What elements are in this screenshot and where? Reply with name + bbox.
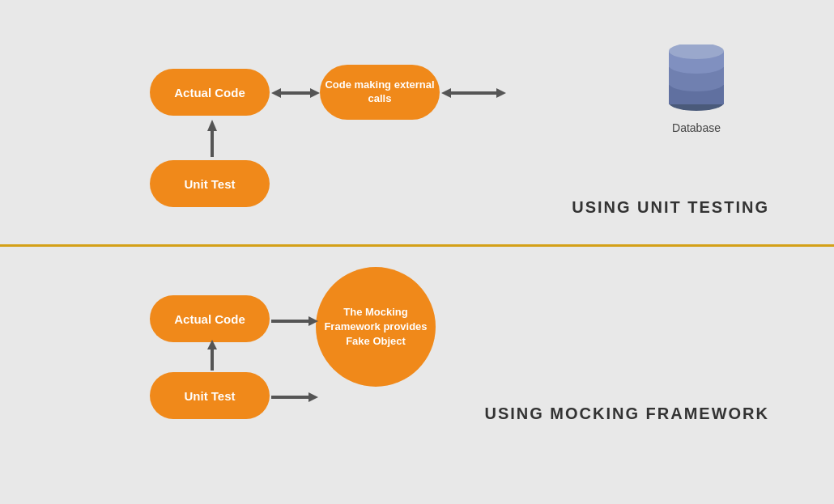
bottom-unit-test-pill: Unit Test (150, 372, 270, 419)
top-horizontal-arrow-1 (271, 85, 320, 101)
top-unit-test-pill: Unit Test (150, 160, 270, 207)
bottom-vertical-arrow (204, 340, 220, 374)
svg-rect-15 (271, 320, 308, 323)
svg-rect-4 (451, 91, 496, 95)
top-panel: Actual Code Code making external calls U… (0, 0, 834, 247)
top-vertical-arrow (204, 120, 220, 162)
svg-marker-0 (271, 88, 281, 98)
svg-marker-18 (308, 392, 318, 402)
bottom-mocking-pill: The Mocking Framework provides Fake Obje… (316, 267, 436, 387)
top-code-making-pill: Code making external calls (320, 65, 440, 120)
svg-rect-17 (271, 396, 308, 399)
svg-marker-2 (310, 88, 320, 98)
database-icon (664, 44, 729, 117)
svg-marker-7 (207, 120, 217, 131)
svg-rect-1 (281, 91, 310, 95)
top-section-label: USING UNIT TESTING (572, 198, 769, 217)
svg-rect-6 (211, 129, 214, 157)
svg-marker-20 (207, 340, 217, 349)
svg-marker-3 (441, 88, 451, 98)
bottom-horizontal-arrow-1 (271, 313, 318, 329)
top-actual-code-pill: Actual Code (150, 69, 270, 116)
svg-marker-16 (308, 316, 318, 326)
svg-marker-5 (496, 88, 506, 98)
database-container: Database (664, 44, 729, 134)
bottom-horizontal-arrow-2 (271, 389, 318, 405)
svg-rect-19 (211, 348, 214, 371)
bottom-panel: Actual Code The Mocking Framework provid… (0, 247, 834, 504)
top-horizontal-arrow-2 (441, 85, 506, 101)
bottom-actual-code-pill: Actual Code (150, 295, 270, 342)
bottom-section-label: USING MOCKING FRAMEWORK (484, 404, 769, 423)
